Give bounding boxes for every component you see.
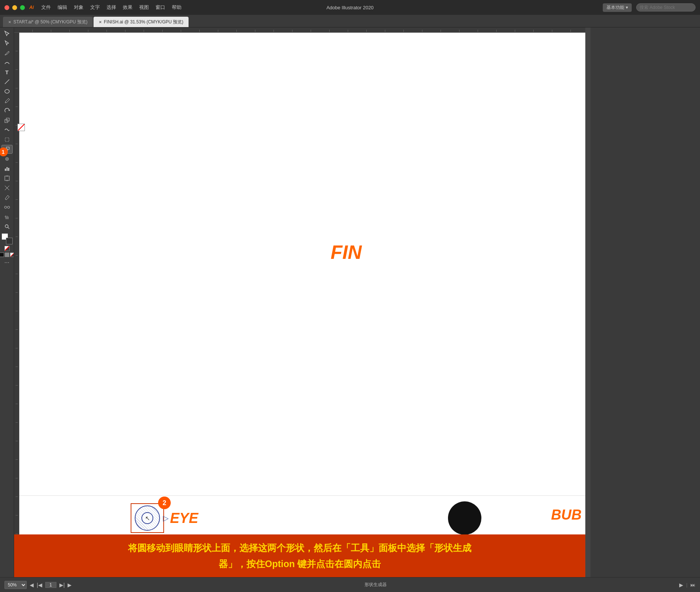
scale-tool[interactable] [1, 116, 13, 125]
eyedropper-tool[interactable] [1, 193, 13, 202]
right-arrow: ▷ [163, 514, 169, 523]
gray-swatch[interactable] [5, 253, 9, 257]
artboard-tool[interactable] [1, 174, 13, 183]
instruction-text: 将圆移动到眼睛形状上面，选择这两个形状，然后在「工具」面板中选择「形状生成 器」… [128, 540, 471, 572]
color-boxes [1, 233, 13, 244]
line-tool[interactable] [1, 77, 13, 86]
status-bar: 50%25%75%100% ◀ |◀ 1 ▶| ▶ 形状生成器 ▶ | ⏭ [0, 577, 700, 592]
bub-text: BUB [551, 507, 582, 523]
page-number-input[interactable]: 1 [45, 582, 56, 588]
eye-outer-circle: ↖ [135, 505, 160, 531]
playback-separator: | [686, 582, 687, 588]
slice-tool[interactable] [1, 183, 13, 192]
curvature-tool[interactable] [1, 58, 13, 67]
status-tool-name: 形状生成器 [75, 582, 676, 588]
menu-object[interactable]: 对象 [74, 4, 84, 11]
menu-help[interactable]: 帮助 [172, 4, 181, 11]
direct-select-tool[interactable] [1, 39, 13, 48]
free-transform-tool[interactable] [1, 135, 13, 144]
fill-swatch[interactable] [17, 124, 25, 131]
tab-close-start[interactable]: ✕ [8, 20, 11, 24]
main-layout: T 1 [0, 27, 700, 577]
shape-builder-tool[interactable]: 1 [1, 145, 13, 154]
left-toolbar: T 1 [0, 27, 14, 577]
minimize-button[interactable] [12, 5, 17, 10]
svg-line-0 [5, 79, 9, 84]
scrollbar-vertical[interactable] [585, 27, 591, 577]
color-modes [0, 253, 14, 257]
svg-point-16 [7, 206, 10, 208]
hand-tool[interactable] [1, 212, 13, 221]
symbol-tool[interactable] [1, 154, 13, 163]
warp-tool[interactable] [1, 126, 13, 134]
svg-rect-10 [6, 167, 7, 171]
no-color-icon[interactable] [4, 246, 10, 251]
svg-line-18 [8, 227, 9, 229]
tab-start[interactable]: ✕ START.ai* @ 50% (CMYK/GPU 预览) [3, 17, 93, 27]
nav-next-button[interactable]: ▶ [68, 582, 72, 588]
menu-window[interactable]: 窗口 [156, 4, 165, 11]
pencil-tool[interactable] [1, 97, 13, 105]
playback-next-button[interactable]: ⏭ [690, 582, 696, 588]
tool-more[interactable]: ··· [4, 259, 9, 266]
close-button[interactable] [4, 5, 9, 10]
graph-tool[interactable] [1, 164, 13, 173]
svg-rect-9 [5, 169, 6, 171]
menu-effect[interactable]: 效果 [123, 4, 133, 11]
menu-select[interactable]: 选择 [107, 4, 116, 11]
type-tool[interactable]: T [1, 68, 13, 77]
blend-tool[interactable] [1, 203, 13, 212]
canvas-area[interactable]: FIN ↖ [14, 27, 591, 577]
maximize-button[interactable] [20, 5, 25, 10]
basic-func-button[interactable]: 基本功能 ▾ [603, 3, 632, 12]
tab-finish[interactable]: ✕ FINISH.ai @ 31.53% (CMYK/GPU 预览) [94, 17, 189, 27]
rotate-tool[interactable] [1, 106, 13, 115]
canvas-document[interactable]: FIN [19, 33, 585, 495]
tab-label-finish: FINISH.ai @ 31.53% (CMYK/GPU 预览) [104, 19, 183, 25]
app-logo: Ai [29, 5, 34, 10]
menu-bar: 文件 编辑 对象 文字 选择 效果 视图 窗口 帮助 [41, 4, 181, 11]
chevron-down-icon: ▾ [626, 5, 628, 10]
menu-view[interactable]: 视图 [139, 4, 149, 11]
ruler-left [14, 33, 19, 572]
svg-point-17 [5, 225, 8, 228]
menu-file[interactable]: 文件 [41, 4, 51, 11]
svg-point-15 [4, 206, 7, 208]
cursor-icon: ↖ [145, 515, 150, 522]
eye-text: EYE [170, 510, 198, 526]
none-swatch[interactable] [10, 253, 14, 257]
tab-close-finish[interactable]: ✕ [99, 20, 102, 24]
instruction-box: 将圆移动到眼睛形状上面，选择这两个形状，然后在「工具」面板中选择「形状生成 器」… [14, 534, 585, 577]
ruler-top [14, 27, 585, 33]
title-bar: Ai 文件 编辑 对象 文字 选择 效果 视图 窗口 帮助 Adobe Illu… [0, 0, 700, 15]
tab-bar: ✕ START.ai* @ 50% (CMYK/GPU 预览) ✕ FINISH… [0, 15, 700, 27]
eye-selection-box: ↖ ▷ [131, 503, 164, 533]
pen-tool[interactable] [1, 48, 13, 57]
svg-point-1 [5, 90, 9, 93]
nav-first-button[interactable]: |◀ [37, 582, 42, 588]
nav-prev-button[interactable]: ◀ [30, 582, 34, 588]
zoom-select[interactable]: 50%25%75%100% [4, 581, 27, 589]
fin-text: FIN [331, 241, 362, 263]
menu-edit[interactable]: 编辑 [58, 4, 67, 11]
menu-text[interactable]: 文字 [90, 4, 100, 11]
playback-button[interactable]: ▶ [679, 582, 683, 588]
zoom-tool[interactable] [1, 222, 13, 231]
stock-search-input[interactable] [636, 3, 696, 12]
nav-last-button[interactable]: ▶| [59, 582, 65, 588]
badge-2: 2 [158, 497, 171, 509]
black-swatch[interactable] [0, 253, 4, 257]
traffic-lights [4, 5, 25, 10]
ellipse-tool[interactable] [1, 87, 13, 96]
color-extras [4, 246, 10, 251]
selection-tool[interactable] [1, 29, 13, 38]
svg-rect-4 [5, 138, 9, 142]
eye-element: ↖ ▷ 2 EYE [131, 503, 198, 533]
app-title: Adobe Illustrator 2020 [326, 5, 373, 10]
eye-inner-circle: ↖ [141, 512, 153, 524]
black-circle [448, 501, 481, 535]
eye-shape-container: ↖ ▷ 2 [131, 503, 164, 533]
stroke-color-box[interactable] [6, 238, 13, 244]
svg-point-8 [6, 159, 7, 160]
tab-label-start: START.ai* @ 50% (CMYK/GPU 预览) [13, 19, 88, 25]
